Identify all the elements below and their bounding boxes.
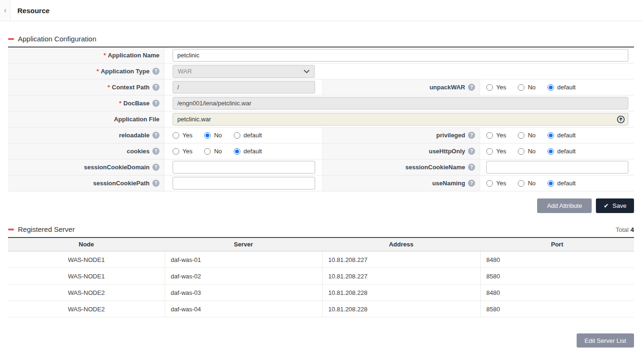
form-row-cookies: cookies ? Yes No default xyxy=(8,143,634,159)
cell-address: 10.81.208.228 xyxy=(322,301,480,317)
table-row: WAS-NODE1 daf-was-02 10.81.208.227 8580 xyxy=(8,268,634,285)
cell-port: 8580 xyxy=(480,301,634,317)
radio-icon[interactable] xyxy=(173,148,179,155)
save-button[interactable]: ✔ Save xyxy=(596,198,634,213)
radio-option-default[interactable]: default xyxy=(547,148,576,155)
radio-icon[interactable] xyxy=(173,132,179,139)
server-list-actions: Edit Server List xyxy=(8,333,634,348)
sessioncookiename-field xyxy=(480,159,634,175)
radio-icon[interactable] xyxy=(204,148,211,155)
sessioncookiepath-input[interactable] xyxy=(173,177,315,190)
required-asterisk: * xyxy=(103,52,106,59)
radio-icon[interactable] xyxy=(518,148,524,155)
cell-node: WAS-NODE1 xyxy=(8,252,165,268)
form-row-reloadable: reloadable ? Yes No default xyxy=(8,127,634,143)
application-type-field: WAR xyxy=(165,63,322,79)
help-icon[interactable]: ? xyxy=(152,84,159,91)
radio-option-no[interactable]: No xyxy=(518,180,536,187)
context-path-field xyxy=(165,79,322,95)
section-title: Registered Server xyxy=(8,225,75,233)
radio-option-yes[interactable]: Yes xyxy=(173,132,192,139)
help-icon[interactable]: ? xyxy=(152,164,159,171)
chevron-down-icon xyxy=(304,70,309,73)
section-title-text: Application Configuration xyxy=(18,35,96,43)
radio-option-default[interactable]: default xyxy=(234,132,262,139)
table-row: WAS-NODE2 daf-was-03 10.81.208.228 8480 xyxy=(8,285,634,301)
radio-option-no[interactable]: No xyxy=(204,132,222,139)
help-icon[interactable]: ? xyxy=(152,132,159,139)
app-config-form: * Application Name * Application Type ? … xyxy=(8,47,634,191)
cookies-label: cookies ? xyxy=(8,143,165,159)
back-button[interactable]: ‹ xyxy=(0,0,11,21)
radio-icon[interactable] xyxy=(547,148,554,155)
help-icon[interactable]: ? xyxy=(468,180,475,187)
usehttponly-radio-group: Yes No default xyxy=(486,148,576,155)
radio-icon[interactable] xyxy=(518,180,524,187)
sessioncookiedomain-label: sessionCookieDomain ? xyxy=(8,159,165,175)
radio-option-no[interactable]: No xyxy=(204,148,222,155)
cell-address: 10.81.208.227 xyxy=(322,252,480,268)
column-header-server: Server xyxy=(165,238,322,251)
radio-icon[interactable] xyxy=(234,148,240,155)
radio-icon[interactable] xyxy=(234,132,240,139)
help-icon[interactable]: ? xyxy=(468,84,475,91)
reloadable-radio-group: Yes No default xyxy=(173,132,262,139)
column-header-node: Node xyxy=(8,238,165,251)
sessioncookiedomain-input[interactable] xyxy=(173,161,315,174)
radio-icon[interactable] xyxy=(486,148,493,155)
help-icon[interactable]: ? xyxy=(152,148,159,155)
radio-option-default[interactable]: default xyxy=(547,84,576,91)
radio-icon[interactable] xyxy=(486,132,493,139)
form-row-docbase: * DocBase ? xyxy=(8,95,634,111)
application-name-label: * Application Name xyxy=(8,47,165,63)
radio-option-yes[interactable]: Yes xyxy=(486,84,506,91)
help-icon[interactable]: ? xyxy=(152,68,159,75)
radio-icon[interactable] xyxy=(204,132,211,139)
application-file-input[interactable] xyxy=(173,113,628,126)
usenaming-label: useNaming ? xyxy=(322,175,480,191)
total-value: 4 xyxy=(630,226,634,233)
radio-icon[interactable] xyxy=(547,180,554,187)
radio-option-no[interactable]: No xyxy=(518,148,536,155)
radio-option-no[interactable]: No xyxy=(518,132,536,139)
radio-icon[interactable] xyxy=(547,84,554,91)
upload-icon[interactable] xyxy=(617,115,625,124)
radio-option-yes[interactable]: Yes xyxy=(486,148,506,155)
cookies-radio-group: Yes No default xyxy=(173,148,262,155)
cell-port: 8480 xyxy=(480,285,634,301)
radio-icon[interactable] xyxy=(547,132,554,139)
radio-option-yes[interactable]: Yes xyxy=(486,132,506,139)
form-row-context-path: * Context Path ? unpackWAR ? Yes xyxy=(8,79,634,95)
form-row-application-name: * Application Name xyxy=(8,47,634,63)
help-icon[interactable]: ? xyxy=(468,148,475,155)
radio-option-yes[interactable]: Yes xyxy=(173,148,192,155)
edit-server-list-button[interactable]: Edit Server List xyxy=(577,333,634,348)
usehttponly-field: Yes No default xyxy=(480,143,634,159)
radio-option-yes[interactable]: Yes xyxy=(486,180,506,187)
radio-option-default[interactable]: default xyxy=(547,180,576,187)
radio-option-no[interactable]: No xyxy=(518,84,536,91)
help-icon[interactable]: ? xyxy=(468,164,475,171)
help-icon[interactable]: ? xyxy=(152,100,159,107)
application-type-select: WAR xyxy=(173,65,315,78)
application-type-label: * Application Type ? xyxy=(8,63,165,79)
help-icon[interactable]: ? xyxy=(152,180,159,187)
sessioncookiename-input[interactable] xyxy=(486,161,628,174)
application-name-input[interactable] xyxy=(173,49,628,62)
total-count: Total4 xyxy=(616,226,634,233)
cell-server: daf-was-01 xyxy=(165,252,322,268)
radio-option-default[interactable]: default xyxy=(234,148,262,155)
cell-server: daf-was-03 xyxy=(165,285,322,301)
radio-icon[interactable] xyxy=(518,132,524,139)
radio-option-default[interactable]: default xyxy=(547,132,576,139)
radio-icon[interactable] xyxy=(486,180,493,187)
help-icon[interactable]: ? xyxy=(468,132,475,139)
selected-option: WAR xyxy=(178,68,192,75)
radio-icon[interactable] xyxy=(518,84,524,91)
usenaming-field: Yes No default xyxy=(480,175,634,191)
sessioncookiedomain-field xyxy=(165,159,322,175)
add-attribute-button[interactable]: Add Attribute xyxy=(537,198,592,213)
radio-icon[interactable] xyxy=(486,84,493,91)
unpackwar-label: unpackWAR ? xyxy=(322,79,480,95)
registered-server-section-header: Registered Server Total4 xyxy=(8,225,634,238)
